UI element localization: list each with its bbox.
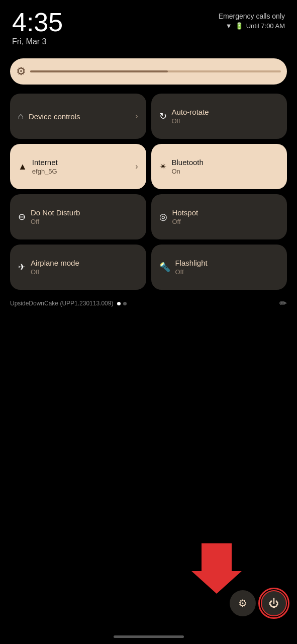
settings-button[interactable]: ⚙ [230, 590, 256, 616]
dot-active [117, 302, 121, 305]
tile-header: ◎ Hotspot Off [159, 208, 279, 225]
build-text: UpsideDownCake (UPP1.230113.009) [10, 300, 113, 307]
tile-internet[interactable]: ▲ Internet efgh_5G › [10, 144, 146, 189]
flashlight-icon: 🔦 [159, 262, 170, 273]
tile-hotspot-subtitle: Off [172, 218, 199, 225]
svg-marker-0 [191, 543, 242, 594]
status-bar: 4:35 Emergency calls only ▼ 🔋 Until 7:00… [0, 0, 297, 37]
power-button[interactable]: ⏻ [261, 590, 287, 616]
tile-text: Auto-rotate Off [172, 108, 209, 125]
wifi-tile-icon: ▲ [18, 162, 27, 172]
tile-airplane-subtitle: Off [31, 268, 79, 276]
dot-inactive [123, 302, 127, 305]
hotspot-icon: ◎ [159, 211, 167, 222]
page-dots [117, 302, 127, 305]
chevron-right-icon: › [135, 112, 138, 121]
tile-header: ✴ Bluetooth On [159, 158, 279, 175]
tile-do-not-disturb[interactable]: ⊖ Do Not Disturb Off [10, 194, 146, 239]
home-indicator [114, 635, 184, 638]
brightness-track [30, 70, 281, 72]
tile-auto-rotate-subtitle: Off [172, 117, 209, 125]
tile-bluetooth-subtitle: On [172, 168, 204, 175]
tile-header: ↻ Auto-rotate Off [159, 108, 279, 125]
tile-text: Hotspot Off [172, 208, 199, 225]
airplane-icon: ✈ [18, 262, 26, 273]
tile-dnd-title: Do Not Disturb [31, 208, 80, 217]
bottom-info-bar: UpsideDownCake (UPP1.230113.009) ✏ [10, 298, 287, 309]
chevron-right-icon: › [135, 162, 138, 171]
time-display: 4:35 [12, 9, 63, 35]
tile-device-controls-title: Device controls [29, 112, 80, 121]
power-icon: ⏻ [269, 598, 279, 609]
tile-device-controls[interactable]: ⌂ Device controls › [10, 94, 146, 139]
tile-text: Airplane mode Off [31, 259, 79, 276]
tile-text: Bluetooth On [172, 158, 204, 175]
tile-hotspot-title: Hotspot [172, 208, 199, 217]
tile-header: ⊖ Do Not Disturb Off [18, 208, 138, 225]
clock: 4:35 [12, 9, 63, 35]
battery-time: Until 7:00 AM [246, 22, 285, 30]
tile-bluetooth-title: Bluetooth [172, 158, 204, 167]
tile-text: Do Not Disturb Off [31, 208, 80, 225]
brightness-icon: ⚙ [16, 65, 26, 78]
tile-flashlight-subtitle: Off [175, 268, 208, 276]
build-info: UpsideDownCake (UPP1.230113.009) [10, 300, 127, 307]
tile-internet-title: Internet [32, 158, 58, 167]
annotation-arrow [186, 538, 247, 599]
tile-header: ✈ Airplane mode Off [18, 259, 138, 276]
battery-icon: 🔋 [235, 22, 243, 30]
status-icons: ▼ 🔋 Until 7:00 AM [226, 22, 285, 30]
status-right: Emergency calls only ▼ 🔋 Until 7:00 AM [219, 9, 285, 30]
date-display: Fri, Mar 3 [0, 37, 297, 54]
brightness-slider[interactable]: ⚙ [10, 58, 287, 85]
tile-flashlight-title: Flashlight [175, 259, 208, 267]
tile-airplane-mode[interactable]: ✈ Airplane mode Off [10, 245, 146, 290]
tile-airplane-title: Airplane mode [31, 259, 79, 267]
bluetooth-icon: ✴ [159, 161, 167, 172]
edit-icon[interactable]: ✏ [279, 298, 287, 309]
tile-bluetooth[interactable]: ✴ Bluetooth On [151, 144, 287, 189]
quick-tiles-grid: ⌂ Device controls › ↻ Auto-rotate Off ▲ … [10, 94, 287, 290]
tile-dnd-subtitle: Off [31, 218, 80, 225]
tile-internet-subtitle: efgh_5G [32, 168, 58, 175]
tile-header: 🔦 Flashlight Off [159, 259, 279, 276]
wifi-icon: ▼ [226, 22, 232, 30]
tile-auto-rotate[interactable]: ↻ Auto-rotate Off [151, 94, 287, 139]
tile-hotspot[interactable]: ◎ Hotspot Off [151, 194, 287, 239]
brightness-fill [30, 70, 168, 72]
dnd-icon: ⊖ [18, 211, 26, 222]
tile-header: ▲ Internet efgh_5G [18, 158, 138, 175]
home-icon: ⌂ [18, 111, 24, 122]
emergency-text: Emergency calls only [219, 12, 285, 20]
rotate-icon: ↻ [159, 111, 167, 122]
tile-text: Internet efgh_5G [32, 158, 58, 175]
settings-icon: ⚙ [238, 597, 247, 609]
system-buttons: ⚙ ⏻ [230, 590, 287, 616]
tile-auto-rotate-title: Auto-rotate [172, 108, 209, 116]
tile-flashlight[interactable]: 🔦 Flashlight Off [151, 245, 287, 290]
tile-text: Flashlight Off [175, 259, 208, 276]
tile-header: ⌂ Device controls [18, 111, 138, 122]
